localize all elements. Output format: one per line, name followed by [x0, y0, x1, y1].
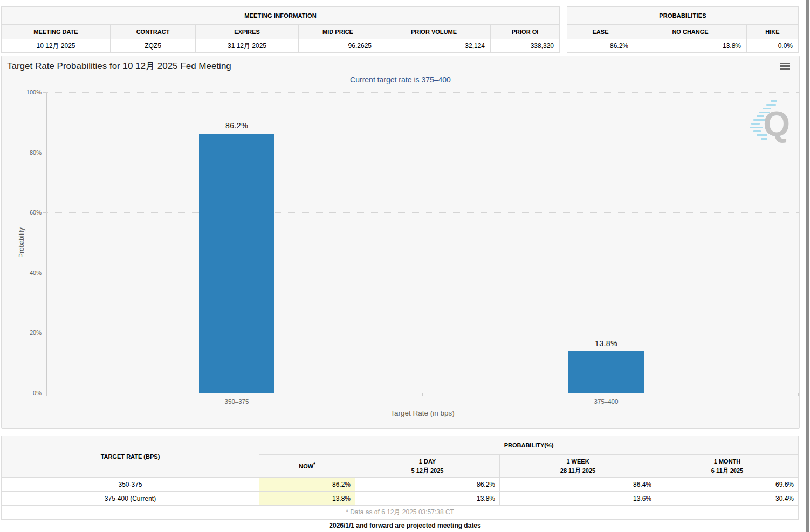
col-header-no-change: NO CHANGE	[634, 25, 747, 39]
1-week-probability-cell: 13.6%	[500, 492, 656, 506]
col-header-prior-volume: PRIOR VOLUME	[377, 25, 491, 39]
expires-value: 31 12月 2025	[196, 39, 299, 53]
bottom-divider	[0, 531, 810, 531]
col-header-expires: EXPIRES	[196, 25, 299, 39]
bar-group-350-375: 86.2%	[199, 92, 274, 393]
chart-subtitle: Current target rate is 375–400	[2, 75, 799, 84]
meeting-information-table: MEETING INFORMATION MEETING DATE CONTRAC…	[1, 6, 560, 53]
chart-title: Target Rate Probabilities for 10 12月 202…	[7, 60, 231, 72]
1-month-probability-cell: 69.6%	[656, 478, 799, 492]
probability-bar-375-400[interactable]	[568, 351, 644, 393]
col-header-1-week: 1 WEEK28 11月 2025	[500, 455, 656, 478]
probability-history-table: TARGET RATE (BPS) PROBABILITY(%) NOW* 1 …	[1, 436, 799, 520]
contract-value: ZQZ5	[111, 39, 196, 53]
hamburger-menu-icon[interactable]	[779, 63, 791, 73]
col-header-contract: CONTRACT	[111, 25, 196, 39]
col-header-meeting-date: MEETING DATE	[2, 25, 111, 39]
bar-value-label: 13.8%	[595, 339, 617, 348]
bar-value-label: 86.2%	[225, 121, 248, 130]
col-header-1-month: 1 MONTH6 11月 2025	[656, 455, 799, 478]
col-header-now: NOW*	[259, 455, 355, 478]
col-header-prior-oi: PRIOR OI	[491, 25, 560, 39]
1-day-probability-cell: 86.2%	[355, 478, 500, 492]
chart-plot-area: 86.2% 13.8%	[46, 92, 799, 393]
y-axis-title: Probability	[18, 92, 25, 393]
probabilities-title: PROBABILITIES	[567, 7, 799, 25]
bar-group-375-400: 13.8%	[568, 92, 644, 393]
no-change-value: 13.8%	[634, 39, 747, 53]
ease-value: 86.2%	[567, 39, 634, 53]
col-header-hike: HIKE	[747, 25, 799, 39]
window-scrollbar[interactable]	[806, 0, 809, 532]
mid-price-value: 96.2625	[299, 39, 377, 53]
probabilities-row: 86.2% 13.8% 0.0%	[567, 39, 799, 53]
col-header-mid-price: MID PRICE	[299, 25, 377, 39]
probabilities-summary-table: PROBABILITIES EASE NO CHANGE HIKE 86.2% …	[567, 6, 799, 53]
table-row-350-375: 350-375 86.2% 86.2% 86.4% 69.6%	[2, 478, 799, 492]
target-rate-cell: 375-400 (Current)	[2, 492, 259, 506]
target-rate-chart-panel: Target Rate Probabilities for 10 12月 202…	[1, 56, 800, 429]
x-axis-title: Target Rate (in bps)	[46, 409, 799, 417]
meeting-information-row: 10 12月 2025 ZQZ5 31 12月 2025 96.2625 32,…	[2, 39, 560, 53]
prior-volume-value: 32,124	[377, 39, 491, 53]
meeting-information-title: MEETING INFORMATION	[2, 7, 560, 25]
now-probability-cell: 86.2%	[259, 478, 355, 492]
now-asterisk: *	[313, 461, 315, 467]
1-month-probability-cell: 30.4%	[656, 492, 799, 506]
probability-bar-350-375[interactable]	[199, 134, 274, 393]
x-tick-label-375-400: 375–400	[568, 398, 644, 405]
data-as-of-footnote: * Data as of 6 12月 2025 03:57:38 CT	[2, 506, 799, 520]
table-row-375-400-current: 375-400 (Current) 13.8% 13.8% 13.6% 30.4…	[2, 492, 799, 506]
1-week-probability-cell: 86.4%	[500, 478, 656, 492]
x-tick-label-350-375: 350–375	[199, 398, 274, 405]
target-rate-cell: 350-375	[2, 478, 259, 492]
1-day-probability-cell: 13.8%	[355, 492, 500, 506]
prior-oi-value: 338,320	[491, 39, 560, 53]
now-probability-cell: 13.8%	[259, 492, 355, 506]
hike-value: 0.0%	[747, 39, 799, 53]
col-header-target-rate-bps: TARGET RATE (BPS)	[2, 436, 259, 478]
group-header-probability-pct: PROBABILITY(%)	[259, 436, 799, 455]
fedwatch-tool-page: MEETING INFORMATION MEETING DATE CONTRAC…	[0, 0, 810, 532]
meeting-date-value: 10 12月 2025	[2, 39, 111, 53]
col-header-ease: EASE	[567, 25, 634, 39]
projected-meeting-dates-note: 2026/1/1 and forward are projected meeti…	[0, 522, 810, 529]
col-header-1-day: 1 DAY5 12月 2025	[355, 455, 500, 478]
